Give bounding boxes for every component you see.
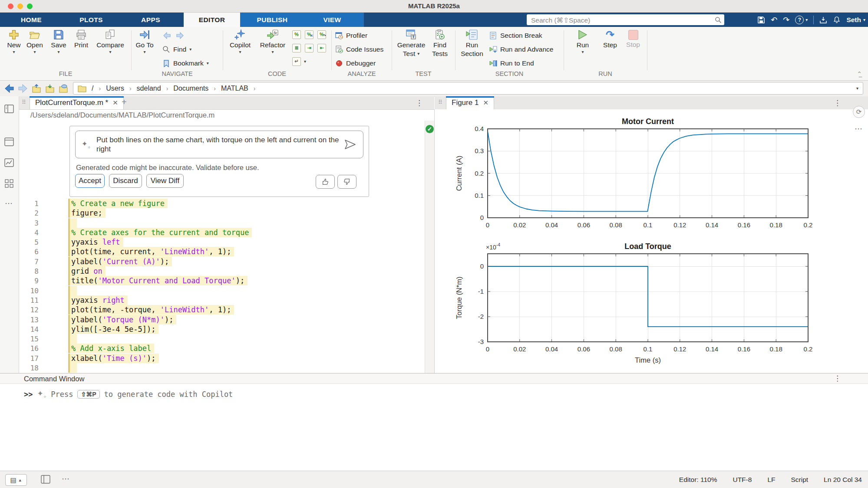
drag-grip-icon[interactable]: ⠿	[438, 99, 442, 105]
code-editor[interactable]: 1% Create a new figure2figure;3 4% Creat…	[19, 199, 425, 373]
run-section-button[interactable]: Run Section	[458, 29, 486, 58]
code-line[interactable]: 11yyaxis right	[19, 295, 425, 305]
code-line[interactable]: 4% Create axes for the current and torqu…	[19, 228, 425, 237]
breadcrumb-item[interactable]: sdeland	[137, 85, 161, 92]
chevron-down-icon[interactable]: ▾	[856, 86, 858, 91]
editor-menu-icon[interactable]: ⋮	[416, 98, 423, 108]
figure-tools-button[interactable]: ⟳	[853, 106, 865, 118]
send-icon[interactable]	[344, 139, 356, 150]
layout-quick-button[interactable]: ▤ ▲	[5, 474, 27, 486]
debugger-button[interactable]: Debugger	[335, 58, 376, 69]
indent-left-icon[interactable]: ⇤	[317, 44, 326, 52]
thumbs-up-button[interactable]	[316, 175, 335, 189]
status-encoding[interactable]: UTF-8	[733, 476, 752, 484]
find-button[interactable]: Find ▾	[162, 44, 191, 55]
chevron-down-icon[interactable]: ▾	[304, 59, 306, 64]
back-arrow-icon[interactable]	[162, 31, 172, 40]
back-icon[interactable]	[4, 84, 15, 93]
command-window-menu-icon[interactable]: ⋮	[834, 374, 841, 383]
code-line[interactable]: 2figure;	[19, 208, 425, 218]
forward-icon[interactable]	[17, 84, 28, 93]
code-line[interactable]: 15	[19, 334, 425, 344]
up-folder-icon[interactable]	[31, 83, 42, 94]
breadcrumb[interactable]: / › Users › sdeland › Documents › MATLAB…	[73, 82, 863, 95]
open-button[interactable]: Open ▾	[24, 29, 45, 54]
comment-icon[interactable]: %	[292, 30, 301, 39]
discard-button[interactable]: Discard	[109, 174, 142, 188]
download-icon[interactable]	[819, 16, 827, 24]
panel-columns-icon[interactable]	[4, 104, 14, 114]
code-line[interactable]: 9title('Motor Current and Load Torque');	[19, 276, 425, 285]
breadcrumb-item[interactable]: /	[92, 85, 93, 92]
close-icon[interactable]: ✕	[112, 99, 118, 107]
breadcrumb-item[interactable]: Users	[106, 85, 124, 92]
tab-plots[interactable]: PLOTS	[72, 13, 111, 27]
stop-button[interactable]: Stop	[622, 29, 644, 49]
comment-wrap-icon[interactable]: %↷	[317, 30, 326, 39]
status-eol[interactable]: LF	[767, 476, 775, 484]
user-menu[interactable]: Seth ▾	[846, 16, 865, 24]
tab-home[interactable]: HOME	[12, 13, 51, 27]
code-line[interactable]: 5yyaxis left	[19, 237, 425, 247]
accept-button[interactable]: Accept	[75, 174, 105, 188]
breadcrumb-item[interactable]: Documents	[173, 85, 208, 92]
search-input[interactable]	[530, 14, 712, 26]
new-button[interactable]: New ▾	[3, 29, 24, 54]
code-line[interactable]: 17xlabel('Time (s)');	[19, 354, 425, 363]
copilot-prompt-box[interactable]: ✦✧ Put both lines on the same chart, wit…	[75, 131, 363, 158]
save-button[interactable]: Save ▾	[48, 29, 69, 54]
cloud-folder-icon[interactable]	[58, 83, 69, 94]
indent-right-icon[interactable]: ⇥	[305, 44, 314, 52]
code-line[interactable]: 14ylim([-3e-4 5e-5]);	[19, 324, 425, 334]
run-button[interactable]: Run ▾	[571, 29, 595, 54]
code-issues-button[interactable]: Code Issues	[335, 44, 383, 55]
browse-folder-icon[interactable]	[45, 83, 55, 94]
command-prompt[interactable]: >> ✦✧ Press ⇧⌘P to generate code with Co…	[24, 389, 233, 399]
uncomment-icon[interactable]: %✕	[305, 30, 314, 39]
code-line[interactable]: 1% Create a new figure	[19, 199, 425, 208]
status-file-type[interactable]: Script	[791, 476, 808, 484]
editor-file-tab[interactable]: PlotCurrentTorque.m * ✕	[30, 96, 124, 109]
undo-icon[interactable]: ↶	[771, 16, 777, 24]
code-line[interactable]: 6plot(time, current, 'LineWidth', 1);	[19, 247, 425, 256]
compare-button[interactable]: Compare ▾	[96, 29, 124, 54]
code-line[interactable]: 8grid on	[19, 266, 425, 276]
tab-publish[interactable]: PUBLISH	[253, 13, 292, 27]
pane-icon[interactable]	[41, 475, 50, 484]
find-tests-button[interactable]: Find Tests	[427, 29, 453, 58]
panel-chart-icon[interactable]	[4, 158, 14, 167]
more-tools-icon[interactable]: ⋯	[5, 199, 13, 208]
generate-test-button[interactable]: T Generate Test▾	[396, 29, 426, 58]
bookmark-button[interactable]: Bookmark ▾	[162, 58, 209, 69]
new-tab-plus-icon[interactable]: +	[122, 97, 127, 107]
tab-apps[interactable]: APPS	[131, 13, 170, 27]
code-line[interactable]: 3	[19, 218, 425, 228]
thumbs-down-button[interactable]	[337, 175, 356, 189]
panel-window-icon[interactable]	[4, 137, 14, 147]
status-cursor-position[interactable]: Ln 20 Col 34	[824, 476, 862, 484]
copilot-button[interactable]: Copilot ▾	[227, 29, 253, 54]
step-button[interactable]: ↷ Step	[599, 29, 621, 49]
tab-editor[interactable]: EDITOR	[184, 13, 240, 27]
figure-tab[interactable]: Figure 1 ✕	[446, 96, 494, 109]
search-box[interactable]	[527, 14, 724, 25]
panel-blocks-icon[interactable]	[4, 179, 14, 188]
print-button[interactable]: Print	[71, 29, 92, 49]
code-line[interactable]: 16% Add x-axis label	[19, 344, 425, 353]
smart-indent-icon[interactable]: ≣	[292, 44, 301, 52]
code-line[interactable]: 18	[19, 363, 425, 373]
close-icon[interactable]: ✕	[483, 99, 488, 107]
refactor-button[interactable]: fx Refactor ▾	[259, 29, 287, 54]
more-status-icon[interactable]: ⋯	[62, 474, 69, 484]
figure-menu-icon[interactable]: ⋮	[834, 98, 841, 108]
save-icon[interactable]	[757, 16, 765, 24]
forward-arrow-icon[interactable]	[175, 31, 185, 40]
command-window-header[interactable]: Command Window ⋮	[0, 373, 868, 384]
code-line[interactable]: 13ylabel('Torque (N*m)');	[19, 315, 425, 324]
tab-view[interactable]: VIEW	[313, 13, 352, 27]
profiler-button[interactable]: Profiler	[335, 30, 367, 41]
run-and-advance-button[interactable]: Run and Advance	[489, 44, 553, 55]
drag-grip-icon[interactable]: ⠿	[22, 99, 25, 105]
goto-button[interactable]: Go To ▾	[132, 29, 157, 54]
section-break-button[interactable]: Section Break	[489, 30, 542, 41]
